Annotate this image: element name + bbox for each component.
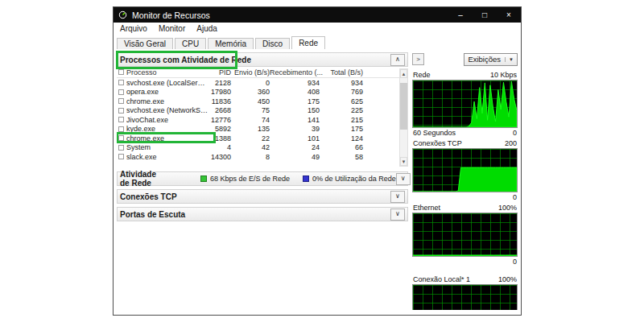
chart-title: Conexão Local* 1 (413, 275, 470, 283)
cell-send: 42 (231, 143, 270, 151)
row-checkbox[interactable] (118, 145, 124, 151)
column-total[interactable]: Total (B/s) (320, 68, 363, 76)
cell-total: 175 (320, 125, 363, 133)
process-row[interactable]: chrome.exe11836450175625 (117, 97, 398, 106)
process-row[interactable]: JivoChat.exe1277674141215 (117, 115, 398, 125)
chart-scale: 200 (505, 139, 517, 147)
process-table-body: svchost.exe (LocalServiceAn...2128093493… (117, 78, 408, 162)
cell-recv: 934 (270, 79, 320, 87)
section-ports-bar[interactable]: Portas de Escuta ∨ (117, 207, 408, 221)
row-checkbox[interactable] (118, 135, 124, 141)
chevron-down-icon[interactable]: ∨ (396, 173, 411, 185)
chart-series (413, 81, 517, 127)
section-ports-title: Portas de Escuta (120, 210, 185, 219)
process-row[interactable]: opera.exe17980360408769 (117, 88, 398, 97)
chevron-up-icon[interactable]: ∧ (390, 54, 405, 66)
tab-memória[interactable]: Memória (208, 38, 254, 50)
tab-rede[interactable]: Rede (291, 36, 325, 49)
maximize-icon[interactable]: □ (473, 7, 497, 23)
cell-send: 135 (231, 125, 270, 133)
cell-total: 215 (320, 116, 363, 124)
cell-recv: 24 (270, 143, 320, 151)
menu-arquivo[interactable]: Arquivo (120, 24, 147, 33)
charts-panel: Rede10 Kbps60 Segundos0Conexões TCP2000E… (412, 70, 518, 310)
row-checkbox[interactable] (118, 108, 124, 114)
tab-visão-geral[interactable]: Visão Geral (117, 38, 173, 50)
chevron-down-icon: ▼ (505, 57, 514, 62)
chart-area (412, 148, 518, 192)
row-checkbox[interactable] (118, 80, 124, 85)
cell-send: 74 (231, 116, 270, 124)
window-title: Monitor de Recursos (132, 10, 448, 20)
table-header[interactable]: Processo PID Envio (B/s) Recebimento (..… (117, 67, 408, 78)
process-row[interactable]: System4422466 (117, 143, 398, 153)
legend-swatch (303, 175, 309, 182)
minimize-icon[interactable]: – (448, 7, 473, 23)
cell-send: 8 (231, 153, 270, 161)
section-activity-bar[interactable]: Atividade de Rede 68 Kbps de E/S de Rede… (117, 171, 408, 186)
process-row[interactable]: kyde.exe589213539175 (117, 125, 398, 134)
tabbar: Visão GeralCPUMemóriaDiscoRede (114, 35, 521, 50)
cell-send: 0 (231, 79, 270, 87)
row-checkbox[interactable] (118, 98, 124, 104)
header-checkbox[interactable] (118, 69, 124, 75)
titlebar[interactable]: Monitor de Recursos – □ × (114, 7, 521, 23)
process-row[interactable]: chrome.exe138822101124 (117, 134, 398, 143)
chevron-down-icon[interactable]: ∨ (390, 191, 405, 203)
cell-recv: 101 (270, 134, 320, 142)
row-checkbox[interactable] (118, 89, 124, 95)
menu-ajuda[interactable]: Ajuda (196, 24, 217, 33)
table-scrollbar[interactable]: ▲ ▼ (399, 68, 408, 167)
menu-monitor[interactable]: Monitor (159, 24, 185, 33)
right-panel: > Exibições ▼ Rede10 Kbps60 Segundos0Con… (412, 52, 518, 310)
process-name: slack.exe (126, 153, 157, 161)
row-checkbox[interactable] (118, 117, 124, 122)
chart-scale: 100% (498, 204, 517, 212)
resource-monitor-window: Monitor de Recursos – □ × ArquivoMonitor… (113, 6, 522, 316)
chart-scale: 100% (498, 275, 517, 283)
scroll-up-icon[interactable]: ▲ (400, 69, 407, 78)
views-dropdown-button[interactable]: Exibições ▼ (464, 53, 518, 66)
section-tcp-bar[interactable]: Conexões TCP ∨ (117, 189, 408, 204)
chevron-down-icon[interactable]: ∨ (390, 208, 405, 221)
cell-pid: 4 (208, 143, 231, 151)
cell-total: 769 (320, 88, 363, 96)
collapse-charts-icon[interactable]: > (412, 53, 424, 65)
chart-area (412, 213, 518, 257)
cell-total: 225 (320, 106, 363, 114)
legend-item: 68 Kbps de E/S de Rede (200, 175, 290, 183)
column-processo[interactable]: Processo (126, 68, 157, 76)
row-checkbox[interactable] (118, 154, 124, 159)
close-icon[interactable]: × (497, 7, 521, 23)
cell-recv: 150 (270, 106, 320, 114)
process-row[interactable]: svchost.exe (LocalServiceAn...2128093493… (117, 78, 398, 88)
chart-title: Rede (413, 71, 431, 79)
legend-item: 0% de Utilização da Rede (303, 175, 396, 183)
chart-conex-o-local-1: Conexão Local* 1100% (412, 275, 518, 310)
section-tcp-title: Conexões TCP (120, 192, 177, 201)
column-envio[interactable]: Envio (B/s) (231, 68, 270, 76)
cell-total: 124 (320, 134, 363, 142)
left-panel: Processos com Atividade de Rede ∧ Proces… (117, 52, 408, 310)
tab-cpu[interactable]: CPU (175, 38, 206, 50)
row-checkbox[interactable] (118, 126, 124, 132)
views-button-label: Exibições (468, 55, 501, 64)
cell-pid: 5892 (208, 125, 231, 133)
tab-disco[interactable]: Disco (255, 38, 290, 50)
scrollbar-thumb[interactable] (400, 83, 407, 130)
chart-conex-es-tcp: Conexões TCP2000 (412, 139, 518, 201)
process-row[interactable]: slack.exe1430084958 (117, 152, 398, 162)
cell-total: 625 (320, 97, 363, 105)
column-recebimento[interactable]: Recebimento (... (270, 68, 320, 76)
process-row[interactable]: svchost.exe (NetworkService...2668751502… (117, 106, 398, 116)
cell-recv: 141 (270, 116, 320, 124)
column-pid[interactable]: PID (208, 68, 231, 76)
chart-rede: Rede10 Kbps60 Segundos0 (412, 71, 518, 137)
cell-pid: 14300 (208, 153, 231, 161)
screenshot-canvas: Monitor de Recursos – □ × ArquivoMonitor… (0, 0, 644, 322)
chart-scale: 10 Kbps (490, 71, 517, 79)
section-processes-header[interactable]: Processos com Atividade de Rede ∧ (117, 52, 408, 67)
process-name: System (126, 143, 151, 151)
scroll-down-icon[interactable]: ▼ (400, 157, 407, 166)
scrollbar-track[interactable] (400, 78, 407, 157)
